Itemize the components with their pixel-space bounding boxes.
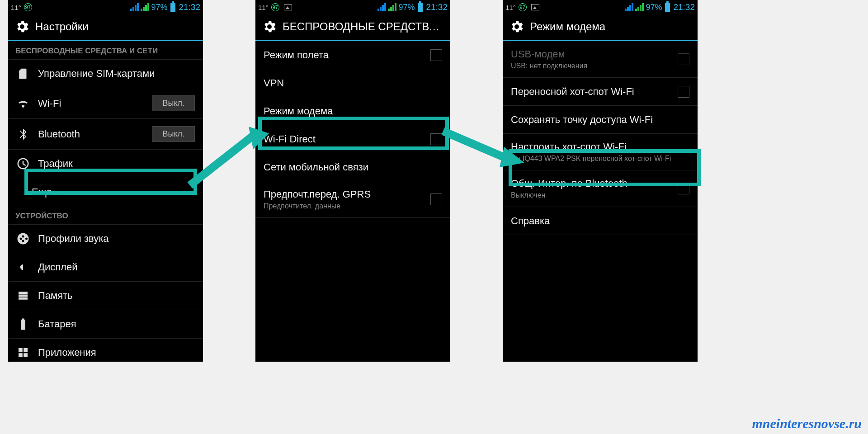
gear-icon xyxy=(509,19,524,34)
row-usb-modem: USB-модем USB: нет подключения xyxy=(503,41,698,78)
page-title: Настройки xyxy=(35,20,89,33)
row-label: Режим модема xyxy=(264,105,442,117)
checkbox[interactable] xyxy=(678,86,689,98)
row-label: VPN xyxy=(264,77,442,89)
clock: 21:32 xyxy=(426,2,448,12)
row-bluetooth[interactable]: Bluetooth Выкл. xyxy=(8,119,203,150)
row-label: Еще… xyxy=(32,186,195,198)
row-help[interactable]: Справка xyxy=(503,207,698,235)
watermark: mneinteresnovse.ru xyxy=(752,416,862,431)
clock: 21:32 xyxy=(673,2,695,12)
row-label: Дисплей xyxy=(38,261,195,273)
temperature: 11° xyxy=(11,4,21,11)
row-label: Трафик xyxy=(38,158,195,170)
row-subtitle: Выключен xyxy=(511,191,678,199)
row-bt-sharing[interactable]: Общ. Интер. по Bluetooth Выключен xyxy=(503,170,698,207)
traffic-icon xyxy=(16,157,30,170)
row-label: Приложения xyxy=(38,347,195,359)
row-label: Управление SIM-картами xyxy=(38,68,195,80)
row-tethering[interactable]: Режим модема xyxy=(255,97,450,125)
title-bar: Режим модема xyxy=(503,14,698,41)
wifi-toggle[interactable]: Выкл. xyxy=(152,95,195,111)
row-label: Bluetooth xyxy=(38,128,152,140)
row-traffic[interactable]: Трафик xyxy=(8,150,203,178)
row-label: Wi-Fi Direct xyxy=(264,133,430,145)
signal-icon-2 xyxy=(141,3,149,11)
row-label: Wi-Fi xyxy=(38,98,152,109)
checkbox[interactable] xyxy=(430,49,442,61)
gear-icon xyxy=(262,19,277,34)
gallery-icon xyxy=(531,4,539,10)
row-wifi-direct[interactable]: Wi-Fi Direct xyxy=(255,125,450,153)
row-label: Профили звука xyxy=(38,233,195,245)
page-title: Режим модема xyxy=(530,20,605,33)
section-device: УСТРОЙСТВО xyxy=(8,206,203,225)
gear-icon xyxy=(14,19,30,34)
row-more[interactable]: Еще… xyxy=(8,178,203,206)
sim-icon xyxy=(16,67,30,80)
row-label: Общ. Интер. по Bluetooth xyxy=(511,178,678,189)
row-label: Сети мобильной связи xyxy=(264,161,442,173)
status-badge: 97 xyxy=(24,3,32,11)
status-bar: 11° 97 97% 21:32 xyxy=(8,0,203,14)
row-sim[interactable]: Управление SIM-картами xyxy=(8,60,203,88)
row-label: Память xyxy=(38,290,195,302)
row-setup-hotspot[interactable]: Настроить хот-спот Wi-Fi Fly IQ443 WPA2 … xyxy=(503,134,698,170)
wifi-icon xyxy=(16,97,30,110)
bluetooth-toggle[interactable]: Выкл. xyxy=(152,126,195,142)
title-bar: БЕСПРОВОДНЫЕ СРЕДСТВА И СЕ… xyxy=(255,14,450,41)
row-subtitle: Предпочтител. данные xyxy=(264,202,430,210)
battery-icon xyxy=(170,3,175,12)
battery-percent: 97% xyxy=(151,3,167,12)
battery-percent: 97% xyxy=(398,3,415,12)
battery-icon xyxy=(16,317,30,331)
display-icon xyxy=(16,260,30,274)
signal-icon-1 xyxy=(130,3,139,11)
row-sound[interactable]: Профили звука xyxy=(8,225,203,253)
row-apps[interactable]: Приложения xyxy=(8,339,203,362)
sound-icon xyxy=(16,232,30,245)
page-title: БЕСПРОВОДНЫЕ СРЕДСТВА И СЕ… xyxy=(283,20,444,33)
gallery-icon xyxy=(284,4,292,10)
screenshot-settings: 11° 97 97% 21:32 Настройки БЕСПРОВОДНЫЕ … xyxy=(8,0,203,362)
screenshot-tethering: 11° 97 97% 21:32 Режим модема USB-модем … xyxy=(503,0,698,362)
status-bar: 11° 97 97% 21:32 xyxy=(255,0,450,14)
row-mobile-networks[interactable]: Сети мобильной связи xyxy=(255,153,450,181)
row-wifi[interactable]: Wi-Fi Выкл. xyxy=(8,88,203,119)
temperature: 11° xyxy=(258,4,269,11)
row-airplane[interactable]: Режим полета xyxy=(255,41,450,69)
signal-icon-2 xyxy=(635,3,644,11)
checkbox[interactable] xyxy=(430,193,442,205)
signal-icon-1 xyxy=(625,3,633,11)
screenshot-wireless: 11° 97 97% 21:32 БЕСПРОВОДНЫЕ СРЕДСТВА И… xyxy=(255,0,450,362)
row-subtitle: Fly IQ443 WPA2 PSK переносной хот-спот W… xyxy=(511,155,689,163)
section-wireless: БЕСПРОВОДНЫЕ СРЕДСТВА И СЕТИ xyxy=(8,41,203,60)
row-portable-hotspot[interactable]: Переносной хот-спот Wi-Fi xyxy=(503,78,698,106)
bluetooth-icon xyxy=(16,127,30,141)
status-badge: 97 xyxy=(519,3,527,11)
row-gprs[interactable]: Предпочт.перед. GPRS Предпочтител. данны… xyxy=(255,181,450,218)
row-display[interactable]: Дисплей xyxy=(8,253,203,282)
status-badge: 97 xyxy=(271,3,279,11)
temperature: 11° xyxy=(505,4,516,11)
signal-icon-2 xyxy=(388,3,396,11)
row-label: Предпочт.перед. GPRS xyxy=(264,189,430,200)
row-label: Режим полета xyxy=(264,49,430,61)
clock: 21:32 xyxy=(179,2,200,12)
signal-icon-1 xyxy=(377,3,386,11)
battery-icon xyxy=(665,3,670,12)
storage-icon xyxy=(16,289,30,302)
row-battery[interactable]: Батарея xyxy=(8,310,203,339)
row-label: USB-модем xyxy=(511,48,678,60)
battery-percent: 97% xyxy=(646,3,662,12)
row-label: Переносной хот-спот Wi-Fi xyxy=(511,86,678,98)
row-label: Батарея xyxy=(38,318,195,330)
row-memory[interactable]: Память xyxy=(8,282,203,310)
battery-icon xyxy=(418,3,423,12)
checkbox[interactable] xyxy=(430,133,442,145)
checkbox[interactable] xyxy=(678,183,689,194)
row-vpn[interactable]: VPN xyxy=(255,69,450,97)
row-label: Сохранять точку доступа Wi-Fi xyxy=(511,114,689,126)
status-bar: 11° 97 97% 21:32 xyxy=(503,0,698,14)
row-keep-hotspot[interactable]: Сохранять точку доступа Wi-Fi xyxy=(503,106,698,134)
